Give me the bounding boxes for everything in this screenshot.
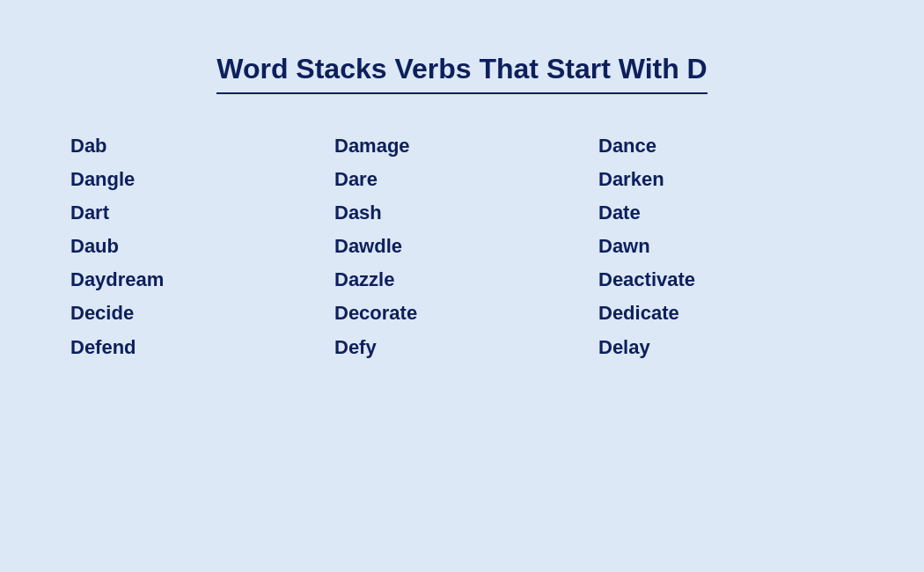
word-item: Damage bbox=[334, 129, 598, 163]
page-container: Word Stacks Verbs That Start With D DabD… bbox=[0, 0, 924, 572]
word-item: Deactivate bbox=[598, 263, 862, 297]
word-item: Dedicate bbox=[598, 297, 862, 330]
word-item: Dart bbox=[70, 196, 334, 230]
word-item: Dawn bbox=[598, 230, 862, 263]
word-item: Decide bbox=[70, 297, 334, 330]
word-item: Dawdle bbox=[334, 230, 598, 263]
word-item: Dab bbox=[70, 129, 334, 163]
word-item: Daub bbox=[70, 230, 334, 263]
word-item: Dazzle bbox=[334, 263, 598, 297]
word-item: Dare bbox=[334, 163, 598, 196]
word-column-2: DamageDareDashDawdleDazzleDecorateDefy bbox=[334, 129, 598, 364]
word-item: Date bbox=[598, 196, 862, 230]
word-item: Defend bbox=[70, 331, 334, 364]
word-item: Dance bbox=[598, 129, 862, 163]
word-column-3: DanceDarkenDateDawnDeactivateDedicateDel… bbox=[598, 129, 862, 364]
page-title: Word Stacks Verbs That Start With D bbox=[216, 53, 707, 94]
word-item: Decorate bbox=[334, 297, 598, 330]
word-item: Dash bbox=[334, 196, 598, 230]
word-item: Dangle bbox=[70, 163, 334, 196]
word-item: Delay bbox=[598, 331, 862, 364]
word-item: Daydream bbox=[70, 263, 334, 297]
word-item: Defy bbox=[334, 331, 598, 364]
word-column-1: DabDangleDartDaubDaydreamDecideDefend bbox=[70, 129, 334, 364]
word-item: Darken bbox=[598, 163, 862, 196]
title-section: Word Stacks Verbs That Start With D bbox=[62, 53, 862, 94]
words-grid: DabDangleDartDaubDaydreamDecideDefendDam… bbox=[62, 129, 862, 364]
